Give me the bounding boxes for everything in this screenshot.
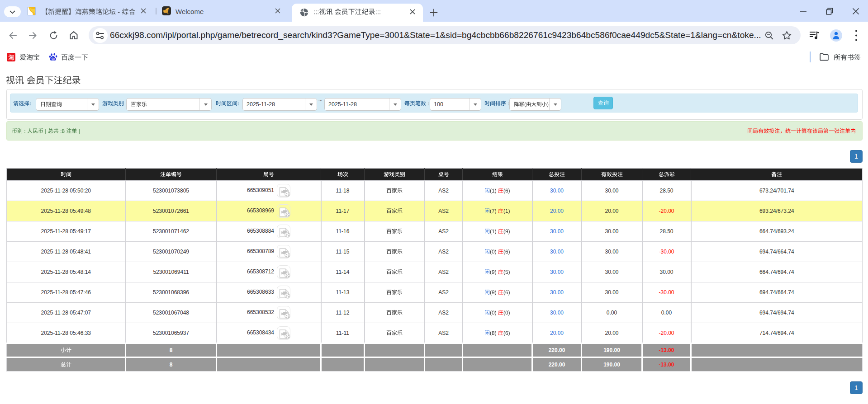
svg-text:du: du <box>52 57 55 60</box>
